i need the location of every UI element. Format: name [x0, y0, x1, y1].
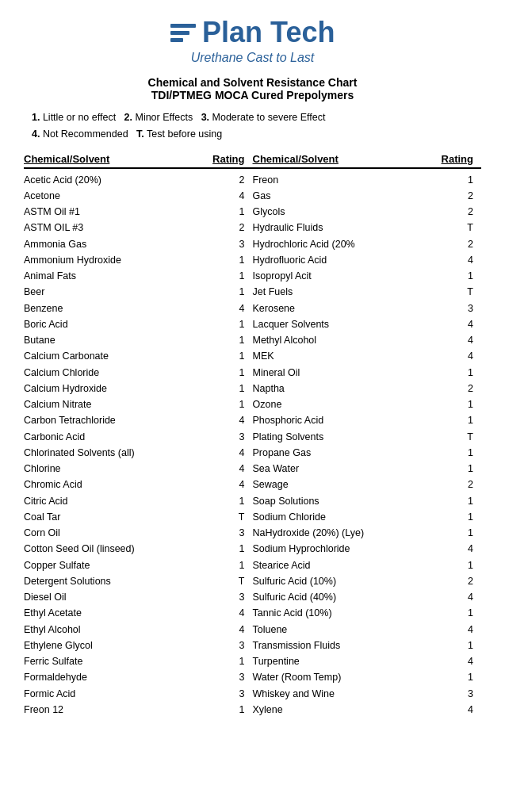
chem-rating: 4 [221, 622, 253, 638]
chem-name: Plating Solvents [253, 429, 450, 445]
table-row: Water (Room Temp) 1 [253, 669, 482, 685]
chem-name: Hydrofluoric Acid [253, 252, 450, 268]
chem-rating: 4 [221, 445, 253, 461]
chem-rating: 4 [221, 188, 253, 204]
chem-name: Detergent Solutions [24, 573, 221, 589]
chem-rating: 4 [450, 348, 481, 364]
chem-rating: 4 [221, 412, 253, 428]
table-row: Sodium Chloride 1 [253, 509, 482, 525]
legend-row2: 4. Not Recommended T. Test before using [32, 126, 481, 143]
chem-name: Chlorinated Solvents (all) [24, 445, 221, 461]
chem-name: Xylene [253, 702, 450, 718]
right-header-chem: Chemical/Solvent [253, 153, 339, 165]
chem-rating: 1 [450, 669, 481, 685]
chem-rating: 1 [450, 493, 481, 509]
table-row: Detergent Solutions T [24, 573, 253, 589]
chem-name: Sea Water [253, 461, 450, 477]
right-header-rating: Rating [442, 153, 473, 165]
chem-rating: 3 [221, 236, 253, 252]
table-row: Freon 1 [253, 172, 482, 188]
table-container: Chemical/Solvent Rating Acetic Acid (20%… [24, 153, 481, 718]
table-row: Coal Tar T [24, 509, 253, 525]
chem-rating: 2 [450, 381, 481, 396]
chem-name: Calcium Carbonate [24, 348, 221, 364]
table-row: Ammonium Hydroxide 1 [24, 252, 253, 268]
chem-rating: 1 [450, 412, 481, 428]
chem-rating: 1 [221, 284, 253, 300]
chem-name: Water (Room Temp) [253, 669, 450, 685]
chem-name: Acetic Acid (20%) [24, 172, 221, 188]
chem-rating: T [221, 509, 253, 525]
chem-name: Glycols [253, 204, 450, 220]
chem-name: Cotton Seed Oil (linseed) [24, 541, 221, 557]
table-row: Sulfuric Acid (10%) 2 [253, 573, 482, 589]
logo-tagline: Urethane Cast to Last [24, 51, 481, 65]
table-row: Isopropyl Acit 1 [253, 268, 482, 284]
chem-name: NaHydroxide (20%) (Lye) [253, 525, 450, 541]
chem-name: Ozone [253, 396, 450, 412]
chem-name: Lacquer Solvents [253, 316, 450, 332]
chem-name: MEK [253, 348, 450, 364]
chem-rating: 1 [221, 268, 253, 284]
chem-name: Mineral Oil [253, 365, 450, 381]
chem-rating: 4 [221, 461, 253, 477]
chem-rating: 2 [450, 204, 481, 220]
chem-name: Sulfuric Acid (10%) [253, 573, 450, 589]
chem-rating: T [450, 284, 481, 300]
legend-T-text: Test before using [147, 128, 222, 140]
table-row: Ferric Sulfate 1 [24, 653, 253, 669]
table-row: Calcium Nitrate 1 [24, 396, 253, 412]
chem-name: Hydrochloric Acid (20% [253, 236, 450, 252]
table-row: NaHydroxide (20%) (Lye) 1 [253, 525, 482, 541]
chem-rating: 3 [221, 638, 253, 653]
chem-rating: 1 [450, 638, 481, 653]
table-row: Chromic Acid 4 [24, 477, 253, 492]
chem-name: Transmission Fluids [253, 638, 450, 653]
logo-stripes-icon [170, 24, 196, 42]
legend-3-text: Moderate to severe Effect [212, 112, 326, 123]
legend-2-num: 2. [124, 112, 132, 123]
chem-rating: 1 [450, 461, 481, 477]
chem-rating: 3 [221, 686, 253, 702]
chem-name: Calcium Chloride [24, 365, 221, 381]
table-row: Hydrochloric Acid (20% 2 [253, 236, 482, 252]
chem-rating: 3 [221, 525, 253, 541]
table-row: Transmission Fluids 1 [253, 638, 482, 653]
table-row: Chlorine 4 [24, 461, 253, 477]
chem-name: Phosphoric Acid [253, 412, 450, 428]
table-row: Ethyl Acetate 4 [24, 605, 253, 621]
chem-rating: 2 [450, 188, 481, 204]
chem-name: Sodium Hyprochloride [253, 541, 450, 557]
table-row: Soap Solutions 1 [253, 493, 482, 509]
table-row: Hydraulic Fluids T [253, 220, 482, 236]
table-row: Beer 1 [24, 284, 253, 300]
chem-name: Beer [24, 284, 221, 300]
table-row: Toluene 4 [253, 622, 482, 638]
chem-name: Propane Gas [253, 445, 450, 461]
chem-name: Whiskey and Wine [253, 686, 450, 702]
legend-4-num: 4. [32, 128, 40, 140]
table-row: Ozone 1 [253, 396, 482, 412]
chem-rating: 1 [221, 653, 253, 669]
chem-rating: 4 [450, 332, 481, 348]
chem-name: Formaldehyde [24, 669, 221, 685]
table-row: Lacquer Solvents 4 [253, 316, 482, 332]
chem-rating: 1 [450, 445, 481, 461]
legend-row1: 1. Little or no effect 2. Minor Effects … [32, 109, 481, 126]
table-row: Carbon Tetrachloride 4 [24, 412, 253, 428]
chem-rating: T [221, 573, 253, 589]
chem-rating: 1 [450, 525, 481, 541]
chem-rating: 4 [450, 541, 481, 557]
chem-name: Sulfuric Acid (40%) [253, 589, 450, 605]
chem-name: Naptha [253, 381, 450, 396]
left-rows: Acetic Acid (20%) 2 Acetone 4 ASTM Oil #… [24, 172, 253, 718]
table-row: ASTM Oil #1 1 [24, 204, 253, 220]
chem-name: Ethyl Alcohol [24, 622, 221, 638]
table-row: Jet Fuels T [253, 284, 482, 300]
chart-title: Chemical and Solvent Resistance Chart TD… [24, 76, 481, 102]
chem-name: Coal Tar [24, 509, 221, 525]
chem-name: Calcium Nitrate [24, 396, 221, 412]
table-row: Boric Acid 1 [24, 316, 253, 332]
table-row: Copper Sulfate 1 [24, 557, 253, 573]
chem-name: Hydraulic Fluids [253, 220, 450, 236]
